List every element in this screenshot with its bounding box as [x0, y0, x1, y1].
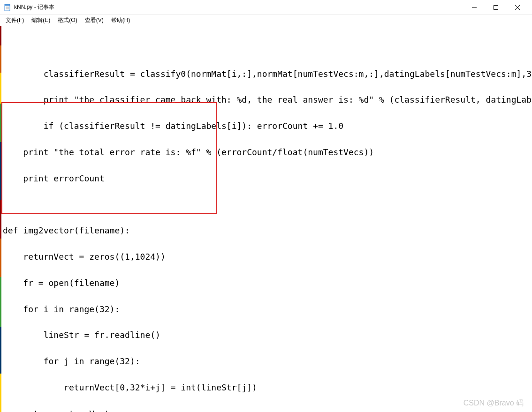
close-button[interactable]	[507, 0, 528, 15]
maximize-button[interactable]	[485, 0, 507, 15]
code-line: classifierResult = classify0(normMat[i,:…	[3, 67, 529, 81]
code-content: classifierResult = classify0(normMat[i,:…	[3, 54, 529, 412]
code-line: if (classifierResult != datingLabels[i])…	[3, 120, 529, 133]
minimize-button[interactable]	[464, 0, 485, 15]
titlebar: kNN.py - 记事本	[0, 0, 532, 15]
svg-rect-1	[5, 4, 10, 6]
code-line: for j in range(32):	[3, 355, 529, 368]
menu-edit[interactable]: 编辑(E)	[30, 15, 52, 25]
code-line: print "the total error rate is: %f" % (e…	[3, 146, 529, 159]
code-line: lineStr = fr.readline()	[3, 329, 529, 342]
menu-help[interactable]: 帮助(H)	[109, 15, 132, 25]
window-title: kNN.py - 记事本	[14, 3, 54, 11]
code-line	[3, 198, 529, 211]
code-line: returnVect[0,32*i+j] = int(lineStr[j])	[3, 381, 529, 394]
code-line: print errorCount	[3, 172, 529, 185]
code-line: def img2vector(filename):	[3, 224, 529, 237]
code-line: returnVect = zeros((1,1024))	[3, 250, 529, 263]
window-controls	[464, 0, 528, 15]
code-line: fr = open(filename)	[3, 277, 529, 290]
menu-file[interactable]: 文件(F)	[4, 15, 26, 25]
notepad-icon	[4, 4, 11, 11]
menu-format[interactable]: 格式(O)	[56, 15, 79, 25]
code-line: print "the classifier came back with: %d…	[3, 93, 529, 106]
menubar: 文件(F) 编辑(E) 格式(O) 查看(V) 帮助(H)	[0, 15, 532, 26]
code-line: for i in range(32):	[3, 303, 529, 316]
menu-view[interactable]: 查看(V)	[83, 15, 106, 25]
svg-rect-6	[494, 5, 498, 9]
watermark-text: CSDN @Bravo 码	[464, 398, 524, 408]
text-editor[interactable]: classifierResult = classify0(normMat[i,:…	[0, 26, 532, 412]
code-line: return returnVect	[3, 407, 529, 412]
